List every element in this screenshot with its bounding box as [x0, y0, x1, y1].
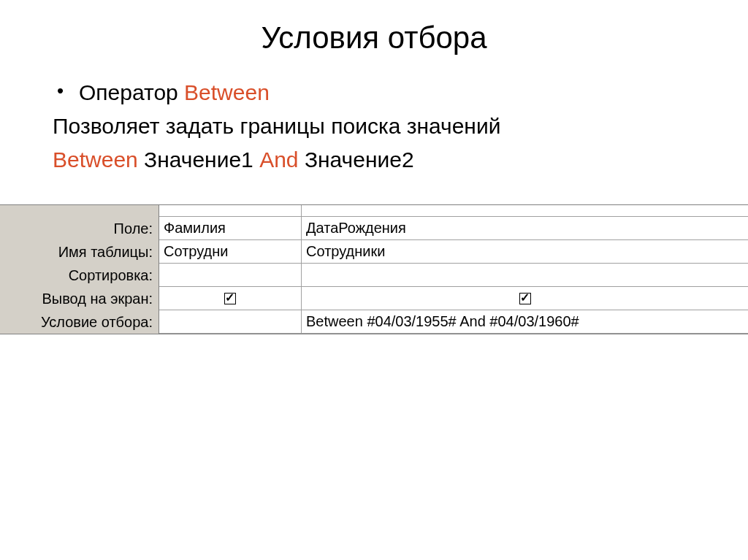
bullet-text: Оператор Between — [79, 77, 704, 108]
field-col2[interactable]: ДатаРождения — [302, 217, 748, 240]
bullet-item: • Оператор Between — [53, 77, 704, 108]
slide-title: Условия отбора — [0, 0, 748, 77]
syntax-line: Between Значение1 And Значение2 — [53, 145, 704, 175]
show-col1[interactable] — [159, 287, 302, 310]
label-criteria: Условие отбора: — [0, 310, 159, 334]
show-col2[interactable] — [302, 287, 748, 310]
operator-prefix: Оператор — [79, 80, 184, 104]
syntax-value1: Значение1 — [138, 147, 259, 172]
table-col2[interactable]: Сотрудники — [302, 240, 748, 264]
row-show: Вывод на экран: — [0, 287, 748, 310]
row-sort: Сортировка: — [0, 264, 748, 287]
label-show: Вывод на экран: — [0, 287, 159, 310]
criteria-col1[interactable] — [159, 310, 302, 334]
content-area: • Оператор Between Позволяет задать гран… — [0, 77, 748, 175]
criteria-col2[interactable]: Between #04/03/1955# And #04/03/1960# — [302, 310, 748, 334]
syntax-between: Between — [53, 147, 138, 172]
label-field: Поле: — [0, 217, 159, 240]
query-design-grid: Поле: Фамилия ДатаРождения Имя таблицы: … — [0, 204, 748, 334]
sort-col1[interactable] — [159, 264, 302, 287]
label-sort: Сортировка: — [0, 264, 159, 287]
row-criteria: Условие отбора: Between #04/03/1955# And… — [0, 310, 748, 334]
syntax-value2: Значение2 — [299, 147, 414, 172]
slide: Условия отбора • Оператор Between Позвол… — [0, 0, 748, 560]
sort-col2[interactable] — [302, 264, 748, 287]
row-table: Имя таблицы: Сотрудни Сотрудники — [0, 240, 748, 264]
header-cell-2 — [302, 205, 748, 217]
description-line: Позволяет задать границы поиска значений — [53, 111, 704, 142]
grid-header-spacer — [0, 205, 748, 217]
table-col1[interactable]: Сотрудни — [159, 240, 302, 264]
row-field: Поле: Фамилия ДатаРождения — [0, 217, 748, 240]
field-col1[interactable]: Фамилия — [159, 217, 302, 240]
checkbox-icon[interactable] — [224, 293, 236, 304]
label-table: Имя таблицы: — [0, 240, 159, 264]
label-cell-blank — [0, 205, 159, 217]
operator-name: Between — [184, 80, 270, 104]
syntax-and: And — [259, 147, 298, 172]
bullet-marker: • — [53, 77, 79, 104]
checkbox-icon[interactable] — [519, 293, 531, 304]
header-cell-1 — [159, 205, 302, 217]
